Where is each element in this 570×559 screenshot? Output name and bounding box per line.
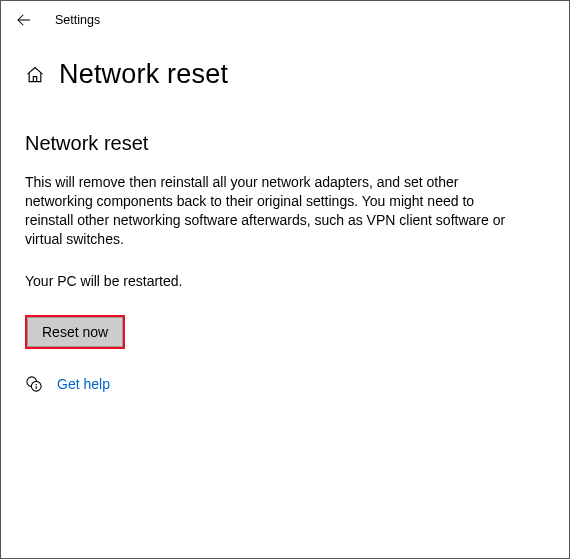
arrow-left-icon	[15, 11, 33, 29]
description-text: This will remove then reinstall all your…	[25, 173, 525, 249]
app-title: Settings	[55, 13, 100, 27]
page-header: Network reset	[1, 35, 569, 90]
get-help-icon	[25, 375, 43, 393]
restart-notice: Your PC will be restarted.	[25, 273, 545, 289]
get-help-link[interactable]: Get help	[57, 376, 110, 392]
home-button[interactable]	[25, 65, 45, 85]
section-heading: Network reset	[25, 132, 545, 155]
home-icon	[25, 65, 45, 85]
svg-point-3	[36, 384, 38, 386]
content-area: Network reset This will remove then rein…	[1, 90, 569, 393]
page-title: Network reset	[59, 59, 228, 90]
reset-button-highlight: Reset now	[25, 315, 125, 349]
back-button[interactable]	[15, 11, 33, 29]
titlebar: Settings	[1, 1, 569, 35]
svg-rect-4	[36, 386, 37, 389]
reset-now-button[interactable]: Reset now	[27, 317, 123, 347]
help-row: Get help	[25, 375, 545, 393]
